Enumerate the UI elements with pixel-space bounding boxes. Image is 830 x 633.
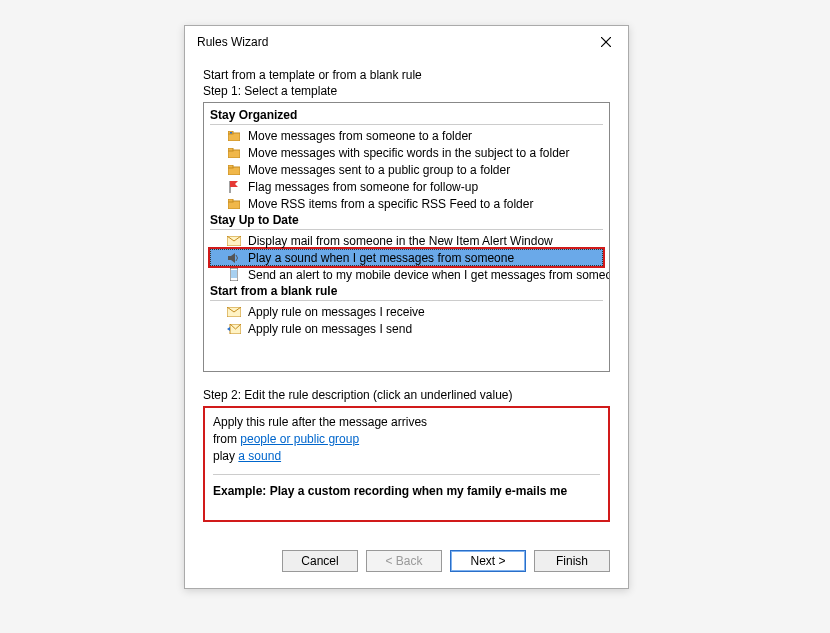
svg-rect-10 (228, 199, 233, 202)
template-display-new-item-alert[interactable]: Display mail from someone in the New Ite… (210, 232, 603, 249)
dialog-content: Start from a template or from a blank ru… (185, 58, 628, 536)
desc-from-prefix: from (213, 432, 240, 446)
step2-label: Step 2: Edit the rule description (click… (203, 388, 610, 402)
desc-example: Example: Play a custom recording when my… (213, 483, 600, 500)
template-label: Move messages with specific words in the… (248, 146, 569, 160)
desc-line-apply: Apply this rule after the message arrive… (213, 414, 600, 431)
template-label: Move messages from someone to a folder (248, 129, 472, 143)
folder-move-icon (226, 129, 242, 143)
template-label: Play a sound when I get messages from so… (248, 251, 514, 265)
a-sound-link[interactable]: a sound (238, 449, 281, 463)
template-label: Move RSS items from a specific RSS Feed … (248, 197, 533, 211)
mail-send-icon (226, 322, 242, 336)
template-label: Apply rule on messages I receive (248, 305, 425, 319)
rss-folder-icon (226, 197, 242, 211)
step2-area: Step 2: Edit the rule description (click… (203, 388, 610, 522)
intro-text: Start from a template or from a blank ru… (203, 68, 610, 82)
folder-move-icon (226, 146, 242, 160)
back-button: < Back (366, 550, 442, 572)
template-label: Move messages sent to a public group to … (248, 163, 510, 177)
section-stay-organized: Stay Organized (210, 107, 603, 123)
template-move-rss[interactable]: Move RSS items from a specific RSS Feed … (210, 195, 603, 212)
divider (210, 124, 603, 125)
template-flag-followup[interactable]: Flag messages from someone for follow-up (210, 178, 603, 195)
people-or-group-link[interactable]: people or public group (240, 432, 359, 446)
folder-move-icon (226, 163, 242, 177)
desc-line-from: from people or public group (213, 431, 600, 448)
template-label: Flag messages from someone for follow-up (248, 180, 478, 194)
svg-rect-5 (228, 148, 233, 151)
desc-line-play: play a sound (213, 448, 600, 465)
titlebar: Rules Wizard (185, 26, 628, 58)
template-blank-send[interactable]: Apply rule on messages I send (210, 320, 603, 337)
close-icon (601, 37, 611, 47)
rules-wizard-dialog: Rules Wizard Start from a template or fr… (184, 25, 629, 589)
template-label: Apply rule on messages I send (248, 322, 412, 336)
step1-label: Step 1: Select a template (203, 84, 610, 98)
speaker-icon (226, 251, 242, 265)
template-list[interactable]: Stay Organized Move messages from someon… (203, 102, 610, 372)
svg-rect-13 (231, 270, 237, 278)
finish-button[interactable]: Finish (534, 550, 610, 572)
template-move-public-group[interactable]: Move messages sent to a public group to … (210, 161, 603, 178)
template-play-sound[interactable]: Play a sound when I get messages from so… (210, 249, 603, 266)
cancel-button[interactable]: Cancel (282, 550, 358, 572)
template-label: Display mail from someone in the New Ite… (248, 234, 553, 248)
desc-play-prefix: play (213, 449, 238, 463)
button-row: Cancel < Back Next > Finish (185, 536, 628, 588)
divider (210, 229, 603, 230)
phone-icon (226, 268, 242, 282)
dialog-title: Rules Wizard (197, 35, 592, 49)
template-mobile-alert[interactable]: Send an alert to my mobile device when I… (210, 266, 603, 283)
svg-rect-7 (228, 165, 233, 168)
next-button[interactable]: Next > (450, 550, 526, 572)
divider (210, 300, 603, 301)
template-label: Send an alert to my mobile device when I… (248, 268, 610, 282)
template-blank-receive[interactable]: Apply rule on messages I receive (210, 303, 603, 320)
divider (213, 474, 600, 475)
mail-alert-icon (226, 234, 242, 248)
section-stay-uptodate: Stay Up to Date (210, 212, 603, 228)
section-blank-rule: Start from a blank rule (210, 283, 603, 299)
close-button[interactable] (592, 31, 620, 53)
template-move-specific-words[interactable]: Move messages with specific words in the… (210, 144, 603, 161)
template-move-from-someone[interactable]: Move messages from someone to a folder (210, 127, 603, 144)
flag-icon (226, 180, 242, 194)
rule-description-box: Apply this rule after the message arrive… (203, 406, 610, 522)
mail-receive-icon (226, 305, 242, 319)
